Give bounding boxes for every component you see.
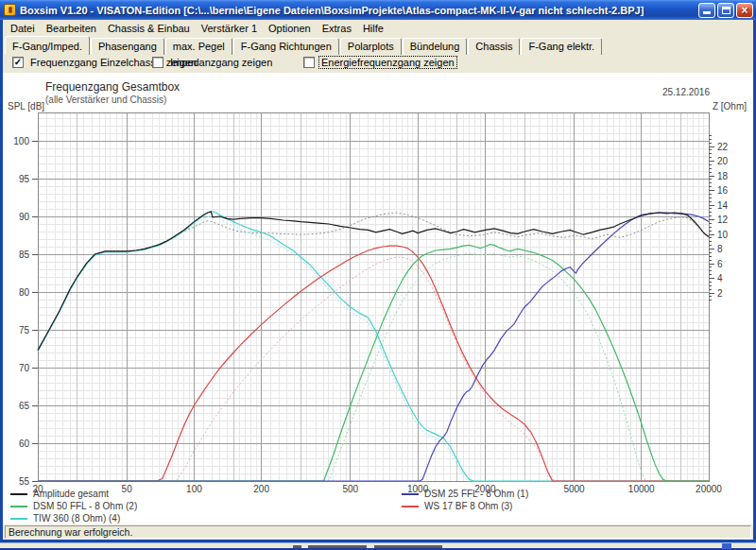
menu-hilfe[interactable]: Hilfe: [357, 22, 389, 35]
sliver-fragment: [722, 543, 731, 549]
y-axis-tick-label: 70: [19, 363, 30, 373]
z-axis-tick-label: 20: [717, 156, 729, 166]
menu-extras[interactable]: Extras: [317, 22, 357, 35]
sliver-fragment: [374, 545, 442, 548]
y-axis-tick-label: 90: [19, 212, 30, 222]
minimize-icon: [703, 11, 711, 14]
legend-label: Amplitude gesamt: [33, 489, 109, 499]
curve-ws-17-bf-8-ohm-3-solid: [38, 246, 709, 481]
tab-polarplots[interactable]: Polarplots: [340, 38, 402, 55]
x-axis-tick-label: 200: [253, 484, 269, 494]
legend-label: DSM 25 FFL - 8 Ohm (1): [424, 489, 528, 499]
menu-bearbeiten[interactable]: Bearbeiten: [41, 22, 102, 35]
window-title: Boxsim V1.20 - VISATON-Edition [C:\...\b…: [20, 5, 695, 16]
checkbox-impedanzgang[interactable]: Impedanzgang zeigen: [152, 57, 274, 68]
sliver-fragment: [293, 545, 301, 548]
legend-line-red: [402, 506, 419, 507]
app-window: Boxsim V1.20 - VISATON-Edition [C:\...\b…: [0, 0, 756, 542]
curve-tiw-360-8-ohm-4-dotted: [38, 215, 709, 481]
legend-item: WS 17 BF 8 Ohm (3): [402, 500, 528, 512]
z-axis-tick-label: 22: [717, 142, 729, 152]
chart-subtitle: (alle Verstärker und Chassis): [45, 95, 166, 105]
z-axis-tick-label: 14: [717, 200, 729, 211]
legend-item: TIW 360 (8 Ohm) (4): [10, 512, 137, 524]
tab-chassis[interactable]: Chassis: [468, 38, 520, 55]
tab-f-gang-imped[interactable]: F-Gang/Imped.: [5, 36, 90, 55]
chart-panel: 5560657075808590951002468101214161820222…: [3, 73, 753, 524]
menu-optionen[interactable]: Optionen: [263, 22, 317, 35]
status-text: Berechnung war erfolgreich.: [5, 525, 751, 539]
z-axis-tick-label: 4: [717, 273, 723, 284]
checkbox-label[interactable]: Impedanzgang zeigen: [168, 57, 274, 68]
tab-f-gang-elektr[interactable]: F-Gang elektr.: [521, 38, 602, 55]
checkbox-box[interactable]: [152, 57, 163, 68]
z-axis-tick-label: 12: [717, 215, 729, 225]
z-axis-tick-label: 8: [717, 244, 723, 254]
y-axis-tick-label: 95: [19, 174, 30, 184]
chart-title: Frequenzgang Gesamtbox: [45, 80, 180, 94]
maximize-button[interactable]: [717, 3, 734, 18]
tab-bar: F-Gang/Imped.Phasengangmax. PegelF-Gang …: [3, 36, 753, 55]
menu-verst-rker-1[interactable]: Verstärker 1: [196, 22, 263, 35]
x-axis-tick-label: 10000: [628, 484, 655, 494]
checkbox-label[interactable]: Energiefrequenzgang zeigen: [319, 57, 456, 68]
menu-bar: DateiBearbeitenChassis & EinbauVerstärke…: [3, 20, 753, 36]
minimize-button[interactable]: [698, 3, 715, 18]
title-bar[interactable]: Boxsim V1.20 - VISATON-Edition [C:\...\b…: [0, 0, 756, 20]
x-axis-tick-label: 5000: [563, 484, 585, 494]
chart-svg: 5560657075808590951002468101214161820222…: [3, 74, 753, 525]
checkbox-row: ✓ Frequenzgang Einzelchassis zeigen Impe…: [3, 55, 753, 73]
legend-item: DSM 25 FFL - 8 Ohm (1): [402, 488, 528, 500]
z-axis-tick-label: 16: [717, 185, 729, 196]
status-bar: Berechnung war erfolgreich.: [3, 524, 753, 540]
z-axis-tick-label: 10: [717, 230, 729, 240]
legend-item: Amplitude gesamt: [10, 488, 137, 500]
tab-b-ndelung[interactable]: Bündelung: [403, 38, 468, 55]
menu-chassis-einbau[interactable]: Chassis & Einbau: [102, 22, 196, 35]
legend-label: TIW 360 (8 Ohm) (4): [33, 513, 120, 524]
z-axis-tick-label: 18: [717, 171, 729, 181]
y-axis-tick-label: 85: [19, 249, 30, 260]
x-axis-tick-label: 20000: [696, 484, 722, 494]
legend-line-blue: [402, 493, 419, 495]
checkbox-box[interactable]: ✓: [12, 57, 24, 68]
legend-label: DSM 50 FFL - 8 Ohm (2): [33, 501, 137, 511]
y-axis-tick-label: 100: [13, 136, 29, 146]
z-axis-tick-label: 2: [717, 288, 723, 299]
checkbox-energiefrequenzgang[interactable]: Energiefrequenzgang zeigen: [303, 57, 456, 68]
y-axis-tick-label: 75: [19, 325, 30, 335]
background-window-sliver: [0, 542, 756, 550]
legend-left-column: Amplitude gesamt DSM 50 FFL - 8 Ohm (2) …: [10, 488, 137, 524]
y-axis-tick-label: 60: [19, 438, 30, 449]
close-icon: ×: [737, 4, 752, 17]
y-axis-right-label: Z [Ohm]: [713, 101, 747, 112]
x-axis-tick-label: 500: [343, 484, 359, 494]
y-axis-tick-label: 55: [19, 476, 30, 487]
legend-line-black: [10, 493, 27, 495]
x-axis-tick-label: 100: [186, 484, 202, 494]
tab-max-pegel[interactable]: max. Pegel: [165, 38, 232, 55]
maximize-icon: [722, 7, 730, 14]
app-icon: [4, 4, 16, 16]
tab-phasengang[interactable]: Phasengang: [91, 38, 164, 55]
menu-datei[interactable]: Datei: [5, 22, 41, 35]
legend-line-cyan: [10, 518, 27, 520]
chart-date: 25.12.2016: [662, 87, 710, 97]
close-button[interactable]: ×: [736, 3, 753, 18]
checkbox-box[interactable]: [303, 57, 315, 68]
legend-line-green: [10, 506, 27, 507]
z-axis-tick-label: 6: [717, 259, 723, 269]
legend-right-column: DSM 25 FFL - 8 Ohm (1) WS 17 BF 8 Ohm (3…: [402, 488, 528, 512]
plot-frame: [38, 112, 709, 481]
sliver-fragment: [308, 545, 367, 548]
y-axis-tick-label: 65: [19, 401, 30, 411]
legend-label: WS 17 BF 8 Ohm (3): [424, 501, 512, 511]
y-axis-left-label: SPL [dB]: [8, 101, 44, 112]
legend-item: DSM 50 FFL - 8 Ohm (2): [10, 500, 137, 512]
tab-f-gang-richtungen[interactable]: F-Gang Richtungen: [233, 38, 339, 55]
curve-ws-17-bf-8-ohm-3-dotted: [38, 257, 709, 481]
y-axis-tick-label: 80: [19, 287, 30, 298]
